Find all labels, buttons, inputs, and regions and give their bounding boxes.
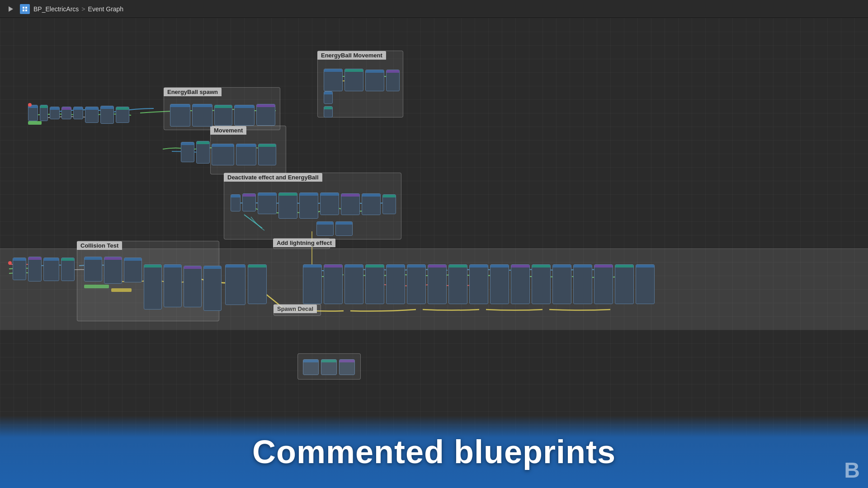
node-deact-4[interactable] (278, 192, 297, 219)
node-lower-18[interactable] (615, 264, 634, 304)
comment-label-energyball-spawn: EnergyBall spawn (164, 88, 222, 96)
node-far-left-2[interactable] (40, 105, 48, 121)
comment-label-add-lightning: Add lightning effect (273, 239, 335, 247)
breadcrumb-separator: > (81, 5, 85, 13)
node-deact-7[interactable] (341, 193, 360, 215)
node-deact-2[interactable] (242, 193, 256, 211)
node-deact-5[interactable] (299, 192, 318, 219)
node-lower-3[interactable] (303, 264, 322, 304)
node-coll-4[interactable] (144, 264, 162, 310)
node-coll-outer-1[interactable] (13, 258, 26, 280)
node-far-left-3[interactable] (50, 107, 60, 119)
node-lower-1[interactable] (225, 264, 245, 305)
node-lower-4[interactable] (324, 264, 343, 304)
svg-rect-1 (23, 7, 24, 9)
node-lower-17[interactable] (594, 264, 613, 304)
node-move-5[interactable] (258, 144, 276, 165)
watermark: B (844, 458, 859, 483)
node-spawn-2[interactable] (192, 104, 212, 127)
comment-label-energyball-movement: EnergyBall Movement (317, 51, 386, 60)
node-move-1[interactable] (181, 142, 194, 162)
node-deact-8[interactable] (362, 193, 381, 215)
topbar: BP_ElectricArcs > Event Graph (0, 0, 868, 18)
node-emove-1[interactable] (324, 69, 343, 91)
node-far-left-7[interactable] (100, 106, 114, 124)
svg-marker-0 (9, 6, 13, 12)
node-lower-15[interactable] (552, 264, 571, 304)
breadcrumb: BP_ElectricArcs > Event Graph (33, 5, 123, 13)
node-coll-6[interactable] (184, 266, 202, 307)
node-lower-13[interactable] (511, 264, 530, 304)
node-lower-14[interactable] (532, 264, 551, 304)
node-lower-12[interactable] (490, 264, 509, 304)
node-deact-6[interactable] (320, 192, 339, 215)
node-far-left-6[interactable] (85, 107, 99, 123)
node-emove-4[interactable] (386, 70, 400, 91)
node-coll-3[interactable] (124, 258, 142, 282)
svg-rect-2 (25, 7, 27, 9)
svg-rect-4 (25, 9, 27, 11)
node-lower-7[interactable] (386, 264, 405, 304)
node-coll-7[interactable] (203, 266, 222, 311)
node-coll-5[interactable] (164, 264, 182, 307)
node-spawn-1[interactable] (170, 104, 190, 127)
node-spawn-4[interactable] (234, 105, 255, 126)
comment-label-deactivate: Deactivate effect and EnergyBall (224, 173, 322, 182)
node-spawn-3[interactable] (214, 105, 232, 126)
bottom-banner: Commented blueprints (0, 416, 868, 488)
green-row-coll (84, 285, 109, 288)
node-emove-2[interactable] (344, 69, 363, 91)
blueprint-icon (20, 4, 30, 14)
node-move-2[interactable] (196, 141, 210, 164)
green-pins-row (28, 121, 42, 125)
node-move-4[interactable] (236, 144, 256, 165)
node-far-left-8[interactable] (116, 107, 129, 123)
node-lower-11[interactable] (469, 264, 488, 304)
node-far-left-1[interactable] (28, 105, 38, 121)
node-far-left-5[interactable] (73, 107, 83, 119)
comment-add-lightning: Add lightning effect (273, 238, 330, 249)
graph-name[interactable]: Event Graph (88, 5, 124, 13)
node-deact-3[interactable] (258, 192, 277, 214)
node-move-3[interactable] (212, 144, 234, 165)
node-coll-outer-2[interactable] (28, 257, 42, 282)
bottom-node-group (297, 353, 361, 380)
node-emove-3[interactable] (365, 70, 384, 91)
yellow-row-coll (111, 288, 132, 292)
node-spawn-5[interactable] (256, 104, 275, 126)
node-deact-1[interactable] (231, 194, 241, 211)
banner-text: Commented blueprints (252, 433, 616, 470)
node-emove-6[interactable] (324, 106, 333, 117)
blueprint-name[interactable]: BP_ElectricArcs (33, 5, 79, 13)
node-deact-9[interactable] (382, 194, 396, 214)
node-far-left-4[interactable] (61, 107, 71, 119)
node-lower-6[interactable] (365, 264, 384, 304)
node-lower-19[interactable] (636, 264, 655, 304)
red-pin-collision (8, 261, 12, 265)
comment-label-movement: Movement (210, 126, 246, 135)
node-lower-10[interactable] (448, 264, 467, 304)
blueprint-canvas[interactable]: EnergyBall spawn Movement Deactivate eff… (0, 18, 868, 488)
red-pin-1 (28, 103, 32, 107)
node-lower-16[interactable] (573, 264, 592, 304)
node-coll-outer-4[interactable] (61, 258, 75, 281)
node-coll-1[interactable] (84, 257, 102, 282)
svg-rect-3 (23, 9, 24, 11)
node-deact-low-1[interactable] (316, 221, 334, 236)
node-lower-2[interactable] (248, 264, 267, 304)
node-coll-outer-3[interactable] (43, 258, 59, 281)
node-deact-low-2[interactable] (335, 221, 353, 236)
node-lower-8[interactable] (407, 264, 426, 304)
node-lower-5[interactable] (344, 264, 363, 304)
node-lower-9[interactable] (428, 264, 447, 304)
back-arrow-icon[interactable] (5, 4, 15, 14)
node-emove-5[interactable] (324, 91, 333, 104)
node-coll-2[interactable] (104, 257, 122, 284)
